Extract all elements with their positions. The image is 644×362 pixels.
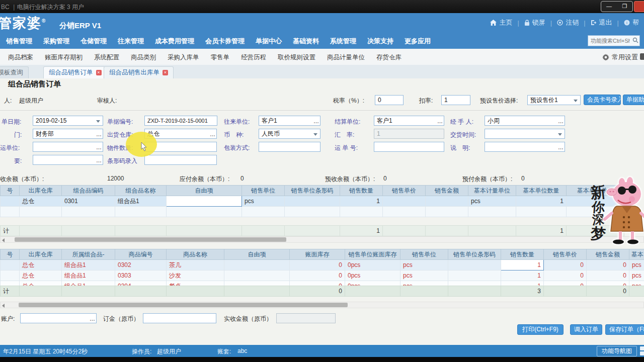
statusbar-corner-icon[interactable]: [640, 351, 644, 355]
menu-doc-center[interactable]: 单据中心: [251, 33, 287, 46]
more-settings-icon[interactable]: [640, 53, 644, 60]
logout-link[interactable]: 注销: [557, 18, 579, 27]
ellipsis-icon[interactable]: …: [558, 143, 563, 152]
shortcut-business-history[interactable]: 经营历程: [237, 49, 270, 62]
tab-template-query[interactable]: 品模板查询: [0, 66, 29, 78]
brand-logo: 管家婆®: [0, 14, 46, 32]
carrier-input[interactable]: …: [33, 142, 103, 152]
shortcut-initial-stock[interactable]: 账面库存期初: [41, 49, 86, 62]
tab-close-icon[interactable]: ×: [96, 70, 102, 75]
home-link[interactable]: 主页: [490, 18, 512, 27]
menu-decision[interactable]: 决策支持: [362, 33, 398, 46]
ellipsis-icon[interactable]: …: [437, 117, 442, 126]
function-nav-button[interactable]: 功能导航图: [597, 346, 637, 356]
maximize-button[interactable]: ❐: [617, 2, 632, 12]
chevron-down-icon[interactable]: [558, 133, 562, 136]
ellipsis-icon[interactable]: …: [558, 117, 563, 126]
menu-more-apps[interactable]: 更多应用: [399, 33, 436, 46]
common-settings-button[interactable]: 常用设置: [602, 53, 638, 62]
note-input[interactable]: …: [485, 142, 565, 152]
shortcut-pricing-rules[interactable]: 取价规则设置: [274, 49, 319, 62]
shortcut-goods-archive[interactable]: 商品档案: [5, 49, 37, 62]
focused-cell[interactable]: [167, 196, 242, 207]
menu-membership[interactable]: 会员卡券管理: [200, 33, 250, 46]
minimize-button[interactable]: —: [601, 2, 617, 12]
currency-select[interactable]: 人民币: [259, 129, 320, 139]
component-row[interactable]: 总仓组合品10302茶几00pcspcs100pcs: [1, 260, 644, 270]
account-input[interactable]: …: [20, 313, 97, 323]
order-date-input[interactable]: 2019-02-15: [33, 116, 103, 126]
ellipsis-icon[interactable]: …: [96, 130, 101, 139]
save-order-button[interactable]: 保存订单（F8: [605, 324, 644, 335]
scroll-left-icon[interactable]: [2, 304, 5, 308]
menu-sales[interactable]: 销售管理: [1, 33, 37, 46]
statusbar-corner-icon[interactable]: [640, 346, 644, 350]
menu-warehouse[interactable]: 仓储管理: [75, 33, 112, 46]
chevron-down-icon[interactable]: [96, 120, 100, 123]
menu-base-data[interactable]: 基础资料: [288, 33, 324, 46]
settle-unit-input[interactable]: 客户1…: [374, 116, 444, 126]
combo-table-empty-row[interactable]: [1, 207, 624, 217]
ellipsis-icon[interactable]: …: [96, 143, 101, 152]
warehouse-input[interactable]: 总仓…: [144, 129, 217, 139]
tax-rate-input[interactable]: 0: [375, 95, 404, 105]
prepaid-balance-label: 预付余额（本币）:: [462, 175, 512, 184]
dept-input[interactable]: 财务部…: [33, 129, 103, 139]
ellipsis-icon[interactable]: …: [96, 156, 101, 165]
combo-table-hscrollbar[interactable]: [0, 236, 644, 243]
payable-balance-value: 0: [240, 175, 244, 182]
scrollbar-thumb[interactable]: [15, 237, 286, 242]
waybill-input[interactable]: [374, 142, 444, 152]
component-row[interactable]: 总仓组合品10304餐桌00pcspcs100pcs: [1, 281, 644, 286]
chevron-down-icon[interactable]: [313, 133, 317, 136]
ellipsis-icon[interactable]: …: [90, 314, 95, 323]
search-input[interactable]: [590, 36, 631, 45]
shortcut-goods-units[interactable]: 商品计量单位: [324, 49, 368, 62]
package-input[interactable]: [259, 142, 320, 152]
discount-input[interactable]: 1: [441, 95, 470, 105]
lock-screen-link[interactable]: 锁屏: [524, 18, 545, 27]
deposit-input[interactable]: [143, 313, 216, 323]
ellipsis-icon[interactable]: …: [210, 130, 215, 139]
shortcut-goods-category[interactable]: 商品类别: [127, 49, 159, 62]
barcode-entry-input[interactable]: [144, 155, 217, 165]
app-header: 管家婆® 分销ERP V1 主页 | 锁屏 | 注销 | 退出 | i 帮: [0, 13, 644, 33]
load-order-button[interactable]: 调入订单: [570, 324, 602, 335]
print-button[interactable]: 打印(Ctrl+F9): [517, 324, 564, 335]
doc-no-input[interactable]: ZXD-T-2019-02-15-0001: [144, 116, 217, 126]
summary-label: 要:: [14, 157, 22, 165]
doc-assistant-button[interactable]: 单据助手Y: [623, 95, 644, 105]
menu-purchase[interactable]: 采购管理: [38, 33, 74, 46]
handler-input[interactable]: 小周…: [485, 116, 565, 126]
receivable-balance-value: 12000: [107, 175, 124, 182]
shortcut-stock-warehouse[interactable]: 存货仓库: [373, 49, 405, 62]
help-link[interactable]: i 帮: [624, 18, 639, 27]
menu-system[interactable]: 系统管理: [325, 33, 361, 46]
member-card-button[interactable]: 会员卡号录入: [584, 95, 621, 105]
tax-rate-label: 税率（%）:: [333, 97, 364, 105]
operator-value: 超级用户: [157, 347, 181, 356]
exit-link[interactable]: 退出: [591, 18, 612, 27]
close-button[interactable]: [634, 1, 644, 12]
ellipsis-icon[interactable]: …: [313, 117, 318, 126]
component-row[interactable]: 总仓组合品10303沙发00pcspcs100pcs: [1, 270, 644, 281]
tab-close-icon[interactable]: ×: [163, 70, 168, 75]
components-table-total: 计030: [0, 286, 644, 297]
focused-cell[interactable]: 1: [501, 260, 544, 270]
delivery-time-input[interactable]: [485, 129, 565, 139]
scroll-left-icon[interactable]: [2, 238, 5, 242]
shortcut-system-config[interactable]: 系统配置: [91, 49, 123, 62]
menu-contacts[interactable]: 往来管理: [113, 33, 149, 46]
menu-cost[interactable]: 成本费用管理: [150, 33, 199, 46]
bottom-black-strip: [0, 357, 644, 362]
components-table-hscrollbar[interactable]: [0, 302, 644, 308]
tab-combo-sales-outbound[interactable]: 组合品销售出库单×: [104, 66, 174, 78]
shortcut-purchase-inbound[interactable]: 采购入库单: [164, 49, 203, 62]
tab-combo-sales-order[interactable]: 组合品销售订单×: [43, 66, 107, 78]
summary-input[interactable]: …: [33, 155, 103, 165]
shortcut-retail[interactable]: 零售单: [207, 49, 233, 62]
combo-table-row[interactable]: 总仓0301组合品1pcs1pcs1: [1, 196, 624, 207]
partner-input[interactable]: 客户1…: [259, 116, 320, 126]
preset-price-select[interactable]: 预设售价1: [527, 95, 581, 105]
scrollbar-thumb[interactable]: [19, 303, 348, 307]
